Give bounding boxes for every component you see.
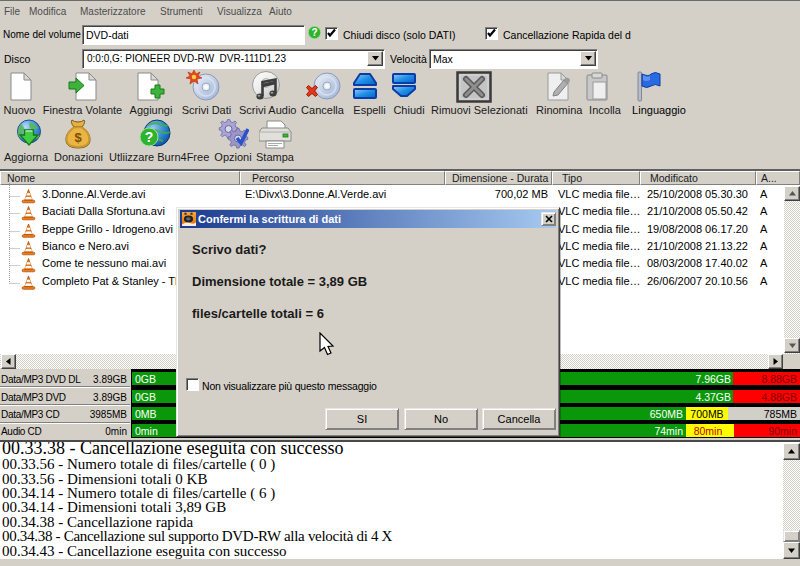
svg-text:$: $ [74,130,82,145]
svg-text:?: ? [311,27,317,38]
svg-text:?: ? [145,129,154,145]
